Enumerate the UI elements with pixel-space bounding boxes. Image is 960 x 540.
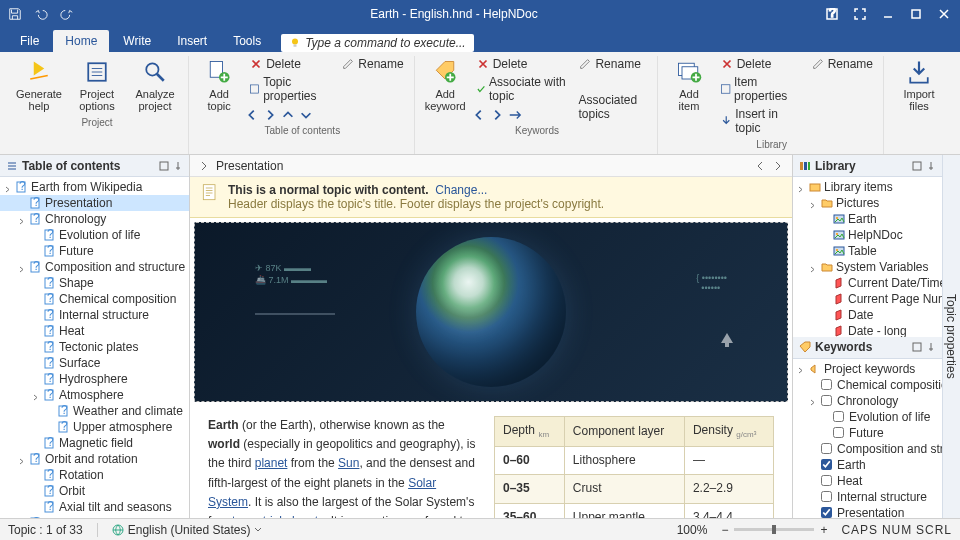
toc-item[interactable]: ?Axial tilt and seasons bbox=[0, 499, 189, 515]
add-libitem-button[interactable]: Additem bbox=[666, 56, 711, 114]
fullscreen-button[interactable] bbox=[848, 2, 872, 26]
toc-item[interactable]: ?Rotation bbox=[0, 467, 189, 483]
tab-write[interactable]: Write bbox=[111, 30, 163, 52]
keyword-item[interactable]: Chemical composition bbox=[793, 377, 942, 393]
library-item[interactable]: Current Date/Time bbox=[793, 275, 942, 291]
toc-item[interactable]: ?Internal structure bbox=[0, 307, 189, 323]
zoom-out-icon[interactable]: − bbox=[721, 523, 728, 537]
keyword-item[interactable]: Presentation bbox=[793, 505, 942, 519]
link-sun[interactable]: Sun bbox=[338, 456, 359, 470]
change-link[interactable]: Change... bbox=[435, 183, 487, 197]
keyword-item[interactable]: Evolution of life bbox=[793, 409, 942, 425]
toc-item[interactable]: ?Atmosphere bbox=[0, 387, 189, 403]
zoom-in-icon[interactable]: + bbox=[820, 523, 827, 537]
generate-help-button[interactable]: Generatehelp bbox=[12, 56, 66, 114]
kw-delete-button[interactable]: Delete bbox=[472, 56, 571, 72]
tab-insert[interactable]: Insert bbox=[165, 30, 219, 52]
toc-item[interactable]: ?Presentation bbox=[0, 195, 189, 211]
kw-left-icon[interactable] bbox=[472, 108, 486, 122]
qat-undo-button[interactable] bbox=[30, 3, 52, 25]
lib-rename-button[interactable]: Rename bbox=[807, 56, 877, 72]
move-right-icon[interactable] bbox=[263, 108, 277, 122]
toc-props-button[interactable]: Topic properties bbox=[245, 74, 333, 104]
toc-item[interactable]: ?Composition and structure bbox=[0, 259, 189, 275]
zoom-level[interactable]: 100% bbox=[677, 523, 708, 537]
library-item[interactable]: Earth bbox=[793, 211, 942, 227]
keyword-item[interactable]: Project keywords bbox=[793, 361, 942, 377]
library-item[interactable]: Date - long bbox=[793, 323, 942, 337]
move-down-icon[interactable] bbox=[299, 108, 313, 122]
lib-delete-button[interactable]: Delete bbox=[716, 56, 803, 72]
maximize-panel-icon[interactable] bbox=[159, 161, 169, 171]
tab-tools[interactable]: Tools bbox=[221, 30, 273, 52]
add-keyword-button[interactable]: Addkeyword bbox=[423, 56, 468, 114]
pin-icon[interactable] bbox=[926, 161, 936, 171]
status-language[interactable]: English (United States) bbox=[112, 523, 263, 537]
kw-right-icon[interactable] bbox=[490, 108, 504, 122]
library-item[interactable]: Table bbox=[793, 243, 942, 259]
link-planet[interactable]: planet bbox=[255, 456, 288, 470]
keyword-item[interactable]: Composition and structure bbox=[793, 441, 942, 457]
kw-assoc-icon[interactable] bbox=[508, 108, 522, 122]
library-item[interactable]: Current Page Number bbox=[793, 291, 942, 307]
toc-item[interactable]: ?Surface bbox=[0, 355, 189, 371]
toc-item[interactable]: ?Tectonic plates bbox=[0, 339, 189, 355]
toc-item[interactable]: ?Upper atmosphere bbox=[0, 419, 189, 435]
library-item[interactable]: System Variables bbox=[793, 259, 942, 275]
add-topic-button[interactable]: Addtopic bbox=[197, 56, 241, 114]
library-item[interactable]: Library items bbox=[793, 179, 942, 195]
kw-assoc-button[interactable]: Associate with topic bbox=[472, 74, 571, 104]
toc-item[interactable]: ?Hydrosphere bbox=[0, 371, 189, 387]
analyze-project-button[interactable]: Analyzeproject bbox=[128, 56, 182, 114]
close-button[interactable] bbox=[932, 2, 956, 26]
move-up-icon[interactable] bbox=[281, 108, 295, 122]
chevron-right-icon[interactable] bbox=[198, 160, 210, 172]
toc-item[interactable]: ?Orbit and rotation bbox=[0, 451, 189, 467]
kw-assoctopics-button[interactable]: Associated topics bbox=[574, 92, 651, 122]
toc-item[interactable]: ?Orbit bbox=[0, 483, 189, 499]
maximize-panel-icon[interactable] bbox=[912, 342, 922, 352]
pin-icon[interactable] bbox=[173, 161, 183, 171]
project-options-button[interactable]: Projectoptions bbox=[70, 56, 124, 114]
import-files-button[interactable]: Importfiles bbox=[892, 56, 946, 114]
qat-redo-button[interactable] bbox=[56, 3, 78, 25]
qat-save-button[interactable] bbox=[4, 3, 26, 25]
move-left-icon[interactable] bbox=[245, 108, 259, 122]
minimize-button[interactable] bbox=[876, 2, 900, 26]
lib-insert-button[interactable]: Insert in topic bbox=[716, 106, 803, 136]
library-item[interactable]: Pictures bbox=[793, 195, 942, 211]
toc-item[interactable]: ?Earth from Wikipedia bbox=[0, 179, 189, 195]
tab-home[interactable]: Home bbox=[53, 30, 109, 52]
toc-delete-button[interactable]: Delete bbox=[245, 56, 333, 72]
keyword-item[interactable]: Earth bbox=[793, 457, 942, 473]
sidetab-topic-properties[interactable]: Topic properties bbox=[942, 155, 960, 518]
nav-fwd-icon[interactable] bbox=[772, 160, 784, 172]
toc-item[interactable]: ?Future bbox=[0, 243, 189, 259]
toc-item[interactable]: ?Magnetic field bbox=[0, 435, 189, 451]
pin-icon[interactable] bbox=[926, 342, 936, 352]
toc-tree[interactable]: ?Earth from Wikipedia?Presentation?Chron… bbox=[0, 177, 189, 518]
toc-item[interactable]: ?Chronology bbox=[0, 211, 189, 227]
keyword-item[interactable]: Chronology bbox=[793, 393, 942, 409]
keyword-item[interactable]: Heat bbox=[793, 473, 942, 489]
link-terrestrial[interactable]: terrestrial planets bbox=[232, 514, 324, 518]
tellme-search[interactable]: Type a command to execute... bbox=[281, 34, 474, 52]
toc-item[interactable]: ?Shape bbox=[0, 275, 189, 291]
toc-item[interactable]: ?Heat bbox=[0, 323, 189, 339]
nav-back-icon[interactable] bbox=[754, 160, 766, 172]
toc-item[interactable]: ?Weather and climate bbox=[0, 403, 189, 419]
tab-file[interactable]: File bbox=[8, 30, 51, 52]
keyword-item[interactable]: Internal structure bbox=[793, 489, 942, 505]
maximize-button[interactable] bbox=[904, 2, 928, 26]
keyword-item[interactable]: Future bbox=[793, 425, 942, 441]
keywords-tree[interactable]: Project keywordsChemical compositionChro… bbox=[793, 359, 942, 519]
library-item[interactable]: Date bbox=[793, 307, 942, 323]
toc-item[interactable]: ?Evolution of life bbox=[0, 227, 189, 243]
editor-area[interactable]: ✈ 87K ▬▬▬ 🚢 7.1M ▬▬▬▬ { •••••••• •••••• … bbox=[190, 218, 792, 518]
toc-rename-button[interactable]: Rename bbox=[337, 56, 407, 72]
maximize-panel-icon[interactable] bbox=[912, 161, 922, 171]
kw-rename-button[interactable]: Rename bbox=[574, 56, 651, 72]
library-tree[interactable]: Library itemsPicturesEarthHelpNDocTableS… bbox=[793, 177, 942, 337]
toc-item[interactable]: ?Chemical composition bbox=[0, 291, 189, 307]
help-button[interactable]: ? bbox=[820, 2, 844, 26]
